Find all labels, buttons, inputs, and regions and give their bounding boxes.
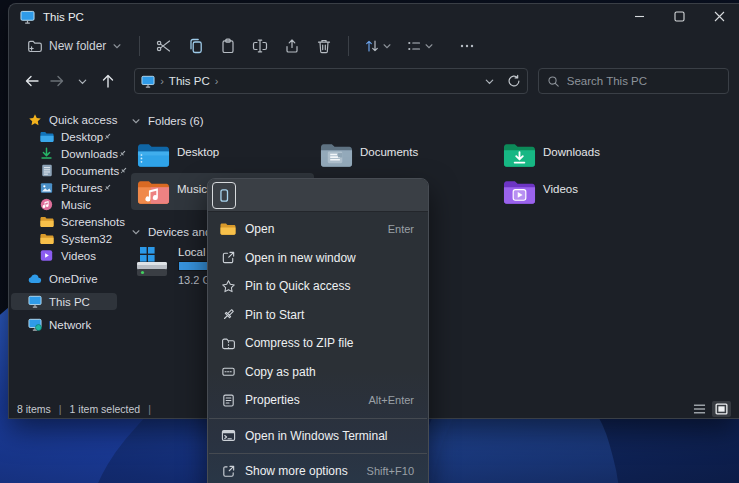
tile-downloads[interactable]: Downloads: [497, 136, 680, 173]
network-icon: [27, 317, 42, 332]
menu-item-open[interactable]: Open Enter: [208, 215, 428, 244]
video-square-icon: [39, 248, 54, 263]
sidebar-item-quick-access[interactable]: Quick access: [11, 111, 117, 128]
delete-button[interactable]: [309, 33, 339, 59]
desktop-folder-icon: [39, 129, 54, 144]
large-icons-view-button[interactable]: [712, 401, 731, 417]
sidebar-item-downloads[interactable]: Downloads: [11, 145, 117, 162]
breadcrumb-separator: ›: [215, 75, 219, 87]
items-count: 8 items: [17, 403, 51, 415]
view-options-button[interactable]: [400, 34, 440, 58]
folder-music-icon: [137, 178, 170, 206]
recent-locations-button[interactable]: [70, 68, 95, 94]
search-input[interactable]: [567, 75, 697, 87]
show-more-icon: [220, 463, 236, 479]
menu-item-open-windows-terminal[interactable]: Open in Windows Terminal: [208, 422, 428, 451]
paste-button[interactable]: [213, 33, 243, 59]
folders-section-header[interactable]: Folders (6): [131, 113, 739, 129]
new-folder-icon: [27, 38, 43, 54]
chevron-down-icon: [131, 227, 141, 237]
pin-icon: [220, 307, 236, 323]
menu-item-compress-zip[interactable]: Compress to ZIP file: [208, 329, 428, 358]
selected-count: 1 item selected: [70, 403, 141, 415]
this-pc-icon: [141, 75, 155, 88]
onedrive-cloud-icon: [27, 271, 42, 286]
window-title: This PC: [43, 11, 84, 23]
sidebar-item-desktop[interactable]: Desktop: [11, 128, 117, 145]
sidebar-item-network[interactable]: Network: [11, 316, 117, 333]
properties-icon: [220, 392, 236, 408]
pin-icon: [103, 183, 112, 192]
zip-folder-icon: [220, 335, 236, 351]
sidebar-item-pictures[interactable]: Pictures: [11, 179, 117, 196]
tile-documents[interactable]: Documents: [314, 136, 497, 173]
sidebar-item-system32[interactable]: System32: [11, 230, 117, 247]
navigation-bar: › This PC ›: [9, 63, 739, 99]
terminal-icon: [220, 428, 236, 444]
copy-button[interactable]: [181, 33, 211, 59]
view-options-icon: [406, 38, 422, 54]
folder-open-icon: [220, 221, 236, 237]
share-button[interactable]: [277, 33, 307, 59]
rename-button[interactable]: [245, 33, 275, 59]
pin-quick-access-icon: [220, 278, 236, 294]
search-box[interactable]: [538, 68, 729, 94]
folder-desktop-icon: [137, 141, 170, 169]
context-menu-list: Open Enter Open in new window Pin to Qui…: [208, 212, 428, 483]
maximize-button[interactable]: [659, 4, 699, 29]
sidebar-item-onedrive[interactable]: OneDrive: [11, 270, 117, 287]
open-new-window-icon: [220, 250, 236, 266]
close-button[interactable]: [699, 4, 739, 29]
sidebar-item-music[interactable]: Music: [11, 196, 117, 213]
sort-button[interactable]: [358, 34, 398, 58]
search-icon: [547, 75, 560, 88]
menu-item-copy-as-path[interactable]: Copy as path: [208, 358, 428, 387]
details-view-button[interactable]: [690, 401, 709, 417]
folder-documents-icon: [320, 141, 353, 169]
sidebar-item-this-pc[interactable]: This PC: [11, 293, 117, 310]
tile-videos[interactable]: Videos: [497, 173, 680, 210]
local-disk-icon: [133, 246, 171, 280]
back-button[interactable]: [19, 68, 44, 94]
menu-item-pin-to-start[interactable]: Pin to Start: [208, 301, 428, 330]
sort-icon: [364, 38, 380, 54]
menu-item-pin-quick-access[interactable]: Pin to Quick access: [208, 272, 428, 301]
sidebar-item-screenshots[interactable]: Screenshots: [11, 213, 117, 230]
chevron-down-icon: [382, 41, 392, 51]
toolbar-divider: [139, 36, 140, 56]
chevron-down-icon: [112, 41, 122, 51]
folder-icon: [39, 214, 54, 229]
address-bar[interactable]: › This PC ›: [134, 68, 528, 94]
picture-icon: [39, 180, 54, 195]
chevron-down-icon: [131, 116, 141, 126]
pin-icon: [103, 132, 112, 141]
forward-button[interactable]: [44, 68, 69, 94]
menu-item-open-new-window[interactable]: Open in new window: [208, 244, 428, 273]
menu-separator: [209, 418, 427, 419]
sidebar-item-videos[interactable]: Videos: [11, 247, 117, 264]
more-options-button[interactable]: [452, 33, 482, 59]
breadcrumb-location[interactable]: This PC: [169, 75, 210, 87]
cut-button[interactable]: [149, 33, 179, 59]
new-folder-button[interactable]: New folder: [19, 33, 130, 59]
this-pc-icon: [27, 294, 42, 309]
command-bar: New folder: [9, 29, 739, 63]
star-icon: [27, 112, 42, 127]
breadcrumb-separator: ›: [160, 75, 164, 87]
copy-quick-action-button[interactable]: [212, 182, 236, 209]
navigation-pane: Quick access Desktop Downloads Documents…: [9, 99, 119, 399]
menu-item-show-more-options[interactable]: Show more options Shift+F10: [208, 457, 428, 483]
up-button[interactable]: [95, 68, 120, 94]
refresh-icon[interactable]: [507, 74, 521, 88]
sidebar-item-documents[interactable]: Documents: [11, 162, 117, 179]
folder-videos-icon: [503, 178, 536, 206]
tile-desktop[interactable]: Desktop: [131, 136, 314, 173]
minimize-button[interactable]: [619, 4, 659, 29]
menu-item-properties[interactable]: Properties Alt+Enter: [208, 386, 428, 415]
new-folder-label: New folder: [49, 39, 106, 53]
address-dropdown-chevron[interactable]: [484, 76, 495, 87]
folder-downloads-icon: [503, 141, 536, 169]
context-menu-quick-actions: [208, 179, 428, 212]
downloads-arrow-icon: [39, 146, 54, 161]
copy-path-icon: [220, 364, 236, 380]
